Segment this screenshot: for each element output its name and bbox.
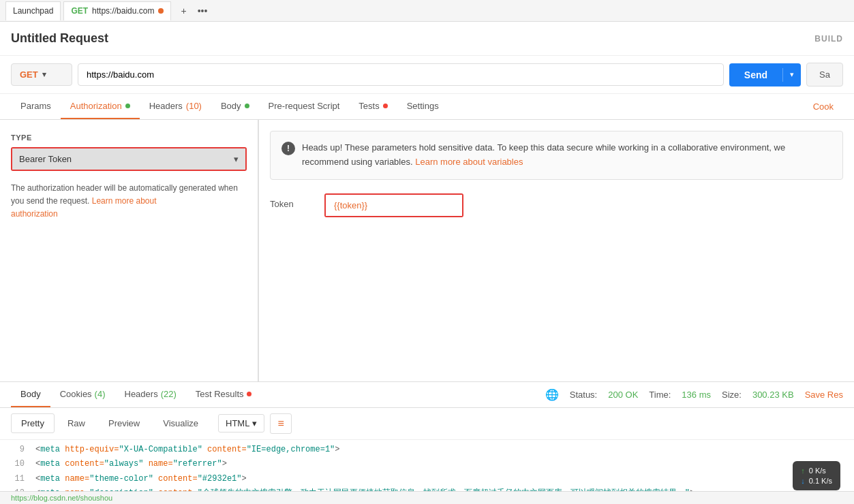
tab-dot	[158, 8, 164, 14]
authorization-tab-dot	[125, 104, 130, 108]
resp-tab-body[interactable]: Body	[11, 382, 50, 407]
method-value: GET	[20, 69, 38, 80]
tab-prerequest[interactable]: Pre-request Script	[259, 94, 350, 119]
view-tab-raw[interactable]: Raw	[57, 413, 95, 433]
type-chevron-icon: ▾	[234, 154, 239, 164]
type-select-wrapper: Bearer Token ▾	[11, 147, 247, 171]
auth-info: The authorization header will be automat…	[11, 182, 247, 221]
app-container: Launchpad GET https://baidu.com + ••• Un…	[0, 0, 854, 504]
format-select[interactable]: HTML ▾	[218, 414, 264, 432]
tab-cookies[interactable]: Cook	[804, 95, 843, 119]
top-tab-bar: Launchpad GET https://baidu.com + •••	[0, 0, 854, 22]
add-tab-button[interactable]: +	[177, 4, 190, 18]
response-content-tabs: Pretty Raw Preview Visualize HTML ▾ ≡	[0, 408, 854, 440]
body-tab-dot	[245, 104, 249, 108]
upload-speed: 0 K/s	[809, 467, 826, 475]
token-input[interactable]	[326, 195, 462, 216]
wrap-button[interactable]: ≡	[270, 413, 291, 434]
resp-tab-testresults[interactable]: Test Results	[186, 382, 261, 407]
token-input-wrapper	[324, 193, 463, 217]
response-section: Body Cookies (4) Headers (22) Test Resul…	[0, 381, 854, 504]
info-text: Heads up! These parameters hold sensitiv…	[302, 141, 832, 170]
auth-left-panel: TYPE Bearer Token ▾ The authorization he…	[0, 120, 259, 381]
status-bar: https://blog.csdn.net/shoushou	[0, 491, 854, 504]
tab-label: Launchpad	[13, 6, 53, 16]
type-label: TYPE	[11, 133, 247, 142]
send-arrow-button[interactable]: ▾	[783, 64, 801, 85]
token-label: Token	[270, 193, 311, 209]
view-tab-preview[interactable]: Preview	[98, 413, 150, 433]
status-label: Status:	[570, 390, 597, 400]
format-chevron-icon: ▾	[252, 418, 257, 428]
time-label: Time:	[649, 390, 671, 400]
save-response-button[interactable]: Save Res	[805, 383, 843, 407]
speed-upload-row: ↑ 0 K/s	[801, 467, 832, 475]
request-title: Untitled Request	[11, 31, 808, 46]
format-value: HTML	[226, 418, 249, 428]
request-tabs: Params Authorization Headers (10) Body P…	[0, 94, 854, 120]
tab-settings[interactable]: Settings	[397, 94, 448, 119]
globe-icon: 🌐	[545, 388, 559, 401]
method-chevron-icon: ▾	[42, 70, 46, 79]
url-bar: GET ▾ Send ▾ Sa	[0, 56, 854, 94]
tab-method: GET	[71, 6, 88, 16]
upload-arrow-icon: ↑	[801, 467, 805, 475]
info-icon: !	[281, 142, 295, 155]
variables-link[interactable]: Learn more about variables	[415, 157, 523, 167]
auth-right-panel: ! Heads up! These parameters hold sensit…	[259, 120, 854, 381]
resp-meta: 🌐 Status: 200 OK Time: 136 ms Size: 300.…	[545, 383, 843, 407]
code-line-11: 11 <meta name="theme-color" content="#29…	[11, 472, 843, 487]
build-label: BUILD	[814, 34, 843, 44]
tab-authorization[interactable]: Authorization	[61, 94, 140, 119]
tab-tests[interactable]: Tests	[349, 94, 397, 119]
save-button[interactable]: Sa	[806, 63, 843, 86]
method-select[interactable]: GET ▾	[11, 63, 72, 86]
top-tab-launchpad[interactable]: Launchpad	[5, 1, 61, 20]
resp-tab-headers[interactable]: Headers (22)	[115, 382, 186, 407]
type-select-value: Bearer Token	[19, 154, 72, 164]
tab-headers[interactable]: Headers (10)	[140, 94, 211, 119]
download-arrow-icon: ↓	[801, 477, 805, 485]
speed-download-row: ↓ 0.1 K/s	[801, 477, 832, 485]
top-tab-request[interactable]: GET https://baidu.com	[63, 1, 171, 20]
code-line-9: 9 <meta http-equiv="X-UA-Compatible" con…	[11, 443, 843, 458]
test-results-dot	[247, 392, 251, 396]
download-speed: 0.1 K/s	[809, 477, 832, 485]
status-value: 200 OK	[608, 390, 638, 400]
tab-params[interactable]: Params	[11, 94, 61, 119]
time-value: 136 ms	[682, 390, 711, 400]
url-input[interactable]	[78, 63, 724, 86]
tab-url: https://baidu.com	[92, 6, 154, 16]
speed-indicator: ↑ 0 K/s ↓ 0.1 K/s	[793, 461, 840, 490]
token-row: Token	[270, 193, 843, 217]
view-tab-visualize[interactable]: Visualize	[153, 413, 209, 433]
size-label: Size:	[722, 390, 742, 400]
size-value: 300.23 KB	[752, 390, 794, 400]
request-header: Untitled Request BUILD	[0, 22, 854, 56]
resp-tab-cookies[interactable]: Cookies (4)	[50, 382, 115, 407]
status-url: https://blog.csdn.net/shoushou	[11, 494, 112, 502]
info-box: ! Heads up! These parameters hold sensit…	[270, 131, 843, 180]
send-button-group: Send ▾	[729, 63, 801, 86]
tab-body[interactable]: Body	[211, 94, 259, 119]
tests-tab-dot	[383, 104, 388, 108]
view-tab-pretty[interactable]: Pretty	[11, 413, 55, 433]
tab-actions: + •••	[177, 4, 211, 18]
code-line-10: 10 <meta content="always" name="referrer…	[11, 457, 843, 472]
send-main-button[interactable]: Send	[729, 63, 782, 86]
response-tabs: Body Cookies (4) Headers (22) Test Resul…	[0, 382, 854, 408]
content-area: TYPE Bearer Token ▾ The authorization he…	[0, 120, 854, 381]
more-options-button[interactable]: •••	[194, 4, 212, 18]
type-select[interactable]: Bearer Token ▾	[12, 148, 245, 170]
